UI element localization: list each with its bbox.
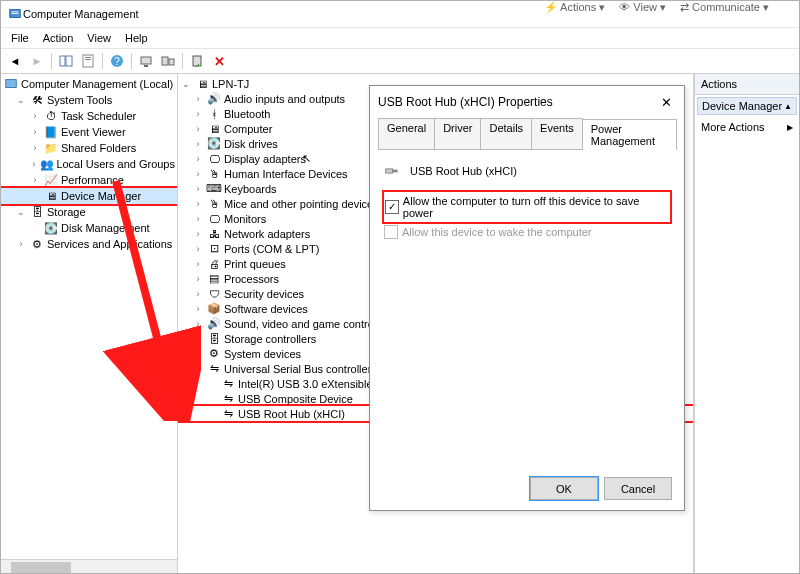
expander-icon[interactable]: › <box>192 199 204 209</box>
expander-icon[interactable]: › <box>192 244 204 254</box>
show-hide-tree-button[interactable] <box>56 51 76 71</box>
expander-icon[interactable]: › <box>192 214 204 224</box>
node-task-scheduler[interactable]: Task Scheduler <box>61 110 136 122</box>
dialog-device-name: USB Root Hub (xHCI) <box>410 165 517 177</box>
pc-icon[interactable] <box>136 51 156 71</box>
svg-rect-19 <box>393 170 398 173</box>
users-icon: 👥 <box>40 157 54 171</box>
node-disk-mgmt[interactable]: Disk Management <box>61 222 150 234</box>
actions-more[interactable]: More Actions▶ <box>695 117 799 137</box>
horizontal-scrollbar[interactable] <box>1 559 177 574</box>
forward-button[interactable]: ► <box>27 51 47 71</box>
actions-header: Actions <box>695 74 799 95</box>
svg-rect-4 <box>66 56 72 66</box>
cancel-button[interactable]: Cancel <box>604 477 672 500</box>
expander-icon[interactable]: ⌄ <box>15 95 27 105</box>
tab-power-management[interactable]: Power Management <box>582 119 677 150</box>
svg-rect-14 <box>193 56 201 66</box>
expander-icon[interactable]: › <box>29 127 41 137</box>
node-event-viewer[interactable]: Event Viewer <box>61 126 126 138</box>
category-icon: 🖧 <box>206 227 222 241</box>
expander-icon[interactable]: › <box>192 169 204 179</box>
menu-bar: File Action View Help <box>1 28 799 49</box>
device-computer-root[interactable]: LPN-TJ <box>212 78 249 90</box>
device-manager-icon: 🖥 <box>43 189 59 203</box>
category-icon: 💽 <box>206 137 222 151</box>
svg-rect-1 <box>12 11 19 12</box>
tab-general[interactable]: General <box>378 118 435 149</box>
category-icon: ⊡ <box>206 242 222 256</box>
category-icon: ▤ <box>206 272 222 286</box>
node-local-users[interactable]: Local Users and Groups <box>56 158 175 170</box>
expander-icon[interactable]: › <box>192 304 204 314</box>
services-icon: ⚙ <box>29 237 45 251</box>
ok-button[interactable]: OK <box>530 477 598 500</box>
expander-icon[interactable]: › <box>192 184 204 194</box>
tab-details[interactable]: Details <box>480 118 532 149</box>
uninstall-button[interactable]: ✕ <box>209 51 229 71</box>
help-button[interactable]: ? <box>107 51 127 71</box>
actions-section[interactable]: Device Manager▲ <box>697 97 797 115</box>
menu-help[interactable]: Help <box>119 30 154 46</box>
expander-icon[interactable]: › <box>29 175 41 185</box>
svg-rect-10 <box>141 57 151 64</box>
computer-icon: 🖥 <box>194 77 210 91</box>
menu-view[interactable]: View <box>81 30 117 46</box>
expander-icon[interactable]: › <box>15 239 27 249</box>
menu-file[interactable]: File <box>5 30 35 46</box>
actions-pane: Actions Device Manager▲ More Actions▶ <box>694 74 799 574</box>
expander-icon[interactable]: › <box>192 109 204 119</box>
properties-button[interactable] <box>78 51 98 71</box>
expander-icon[interactable]: › <box>29 143 41 153</box>
node-performance[interactable]: Performance <box>61 174 124 186</box>
expander-icon[interactable]: › <box>192 289 204 299</box>
dialog-tabs: General Driver Details Events Power Mana… <box>378 118 676 150</box>
category-icon: ⇋ <box>206 362 222 376</box>
expander-icon[interactable]: ⌄ <box>192 364 204 374</box>
expander-icon[interactable]: › <box>192 274 204 284</box>
expander-icon[interactable]: › <box>192 319 204 329</box>
console-tree-pane: Computer Management (Local) ⌄🛠System Too… <box>1 74 178 574</box>
checkbox-allow-turn-off[interactable]: ✓Allow the computer to turn off this dev… <box>385 195 669 219</box>
menu-action[interactable]: Action <box>37 30 80 46</box>
svg-rect-18 <box>386 169 393 173</box>
svg-rect-7 <box>85 59 91 60</box>
back-button[interactable]: ◄ <box>5 51 25 71</box>
expander-icon[interactable]: › <box>192 229 204 239</box>
chevron-right-icon: ▶ <box>787 123 793 132</box>
node-system-tools[interactable]: System Tools <box>47 94 112 106</box>
node-device-manager[interactable]: 🖥Device Manager <box>1 188 177 204</box>
console-tree[interactable]: Computer Management (Local) ⌄🛠System Too… <box>1 74 177 559</box>
usb-icon: ⇋ <box>220 392 236 406</box>
expander-icon[interactable]: › <box>29 111 41 121</box>
topright-hints: ⚡ Actions ▾ 👁 View ▾ ⇄ Communicate ▾ <box>544 1 769 14</box>
tab-events[interactable]: Events <box>531 118 583 149</box>
node-storage[interactable]: Storage <box>47 206 86 218</box>
svg-rect-6 <box>85 57 91 58</box>
folder-icon: 📁 <box>43 141 59 155</box>
expander-icon[interactable]: › <box>192 94 204 104</box>
expander-icon[interactable]: › <box>192 259 204 269</box>
scan-button[interactable] <box>187 51 207 71</box>
usb-icon <box>384 164 400 178</box>
app-icon <box>7 7 23 21</box>
event-viewer-icon: 📘 <box>43 125 59 139</box>
expander-icon[interactable]: › <box>192 139 204 149</box>
tab-driver[interactable]: Driver <box>434 118 481 149</box>
expander-icon[interactable]: › <box>192 349 204 359</box>
node-shared-folders[interactable]: Shared Folders <box>61 142 136 154</box>
collapse-icon[interactable]: ▲ <box>784 102 792 111</box>
category-icon: 🗄 <box>206 332 222 346</box>
expander-icon[interactable]: › <box>29 159 38 169</box>
category-icon: 🖱 <box>206 167 222 181</box>
expander-icon[interactable]: ⌄ <box>15 207 27 217</box>
close-button[interactable]: ✕ <box>656 92 676 112</box>
devices-icon[interactable] <box>158 51 178 71</box>
properties-dialog: USB Root Hub (xHCI) Properties ✕ General… <box>369 85 685 511</box>
node-root[interactable]: Computer Management (Local) <box>21 78 173 90</box>
svg-rect-13 <box>169 59 174 65</box>
expander-icon[interactable]: › <box>192 124 204 134</box>
node-services[interactable]: Services and Applications <box>47 238 172 250</box>
window-title: Computer Management <box>23 8 139 20</box>
expander-icon[interactable]: › <box>192 334 204 344</box>
